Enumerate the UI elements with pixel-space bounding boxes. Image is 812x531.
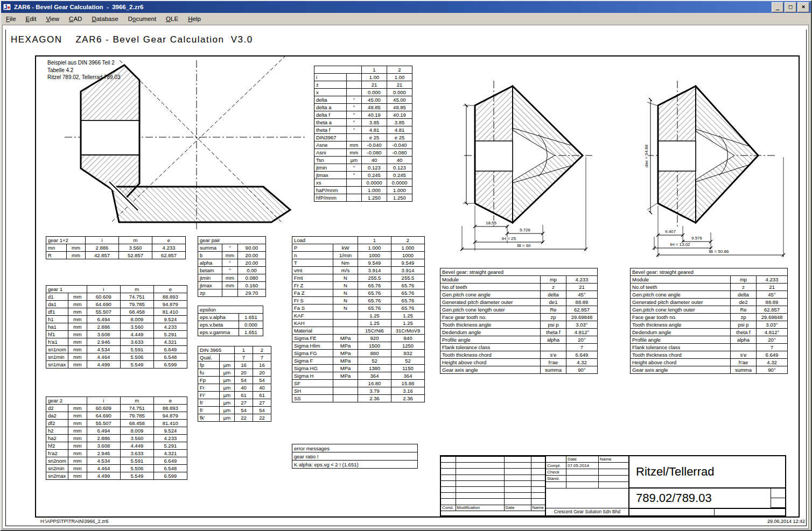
table-cell: h'a1: [46, 338, 68, 346]
table-cell: 48.85: [387, 104, 412, 111]
table-cell: 60.609: [87, 293, 120, 301]
table-cell: mm: [68, 338, 87, 346]
table-cell: delta: [731, 291, 757, 299]
table-cell: hf2: [46, 442, 68, 450]
table-cell: mm: [68, 435, 87, 442]
table-cell: sn1nom: [46, 346, 68, 353]
table-cell: 61: [253, 392, 271, 399]
table-cell: mm: [68, 361, 87, 369]
table-cell: 48.85: [362, 104, 387, 111]
table-cell: 4.534: [87, 457, 120, 465]
table-cell: ha2: [46, 435, 68, 442]
table-cell: df1: [46, 308, 68, 316]
table-cell: 74.751: [120, 293, 153, 301]
table-cell: mm: [68, 412, 87, 420]
table-cell: Height above chord: [631, 359, 731, 366]
table-cell: µm: [220, 392, 235, 399]
table-cell: 4.321: [153, 338, 187, 346]
table-cell: gear 1+2: [46, 237, 86, 244]
table-cell: Sigma Hlim: [292, 342, 333, 350]
table-cell: summa: [198, 244, 222, 252]
table-cell: gear 1: [46, 286, 87, 293]
table-cell: 0.000: [387, 89, 412, 96]
table-cell: [531, 457, 545, 463]
table-cell: °: [347, 126, 362, 134]
table-cell: Fp: [198, 377, 220, 384]
table-cell: Sigma F: [292, 357, 333, 365]
table-cell: Flank tolerance class: [440, 344, 541, 351]
table-cell: 4.233: [153, 323, 187, 331]
revision-table: Cond.ModificationDateName: [441, 456, 545, 511]
table-cell: 2.36: [391, 395, 425, 402]
table-cell: 20°: [566, 336, 598, 344]
table-cell: mm: [68, 308, 87, 316]
table-cell: 1: [362, 66, 387, 74]
table-cell: 1380: [358, 365, 391, 372]
table-cell: 6.494: [87, 316, 120, 323]
table-cell: 1.25: [358, 320, 391, 327]
table-cell: N: [333, 274, 358, 282]
table-cell: 52: [358, 357, 391, 365]
table-cell: MPa: [333, 365, 358, 372]
table-cell: 5.591: [120, 457, 153, 465]
table-cell: Qual.: [198, 354, 220, 362]
table-cell: mm: [68, 316, 87, 323]
table-cell: 27: [235, 399, 253, 407]
table-cell: Gear axis angle: [631, 366, 731, 374]
table-cell: Sigma HG: [292, 365, 333, 372]
approvals-cell: [546, 482, 566, 488]
table-cell: [333, 387, 358, 395]
table-cell: 3.03°: [757, 321, 788, 329]
table-cell: 9.549: [391, 259, 425, 267]
table-cell: Asne: [314, 141, 347, 149]
table-cell: z: [314, 81, 347, 89]
table-cell: 6.649: [153, 346, 187, 353]
table-cell: 7: [757, 344, 788, 351]
table-cell: 9.549: [358, 259, 391, 267]
table-cell: 21: [757, 284, 788, 291]
table-cell: [456, 463, 504, 469]
table-cell: [347, 179, 362, 187]
table-cell: N: [333, 297, 358, 305]
table-cell: alpha: [198, 259, 222, 267]
table-cell: [347, 89, 362, 96]
table-cell: SS: [292, 395, 333, 402]
part-number-side-cells: [771, 488, 785, 508]
table-cell: 3.633: [120, 338, 153, 346]
table-cell: [347, 187, 362, 194]
drawing-notes: Beispiel aus DIN 3966 Teil 2 Tabelle 4.2…: [47, 59, 120, 81]
table-cell: i: [86, 237, 119, 244]
table-cell: 3.16: [391, 387, 425, 395]
table-cell: 9.524: [153, 316, 187, 323]
table-cell: 15CrNi6: [358, 327, 391, 335]
table-cell: theta a: [314, 119, 347, 126]
table-cell: Face gear tooth no.: [440, 314, 541, 321]
table-cell: theta f: [541, 329, 566, 336]
table-cell: 2.886: [86, 244, 119, 252]
table-cell: 62.857: [566, 306, 598, 314]
table-cell: 65.76: [358, 297, 391, 305]
table-cell: 79.785: [120, 412, 153, 420]
table-cell: Name: [531, 505, 545, 511]
table-cell: Fi': [198, 392, 220, 399]
table-cell: 4.534: [87, 346, 120, 353]
table-cell: hfP/mnm: [314, 194, 347, 202]
table-cell: 45°: [566, 291, 598, 299]
table-cell: mn: [46, 244, 67, 252]
table-cell: mm: [68, 420, 87, 427]
table-cell: 54: [253, 377, 271, 384]
table-cell: Tooth thickness chord: [631, 351, 731, 359]
table-cell: 90°: [757, 366, 788, 374]
table-cell: mm: [68, 442, 87, 450]
table-cell: 40: [235, 384, 253, 392]
table-cell: [531, 469, 545, 475]
table-cell: 31CrMoV9: [391, 327, 425, 335]
table-cell: fu: [198, 369, 220, 377]
table-cell: [456, 493, 504, 499]
table-cell: Generated pitch diameter outer: [440, 299, 541, 306]
table-cell: [504, 469, 531, 475]
table-cell: 88.893: [153, 293, 187, 301]
table-cell: jtmin: [198, 274, 222, 282]
table-cell: Bevel gear: straight geared: [440, 268, 598, 276]
table-cell: No.of teeth: [440, 284, 541, 291]
